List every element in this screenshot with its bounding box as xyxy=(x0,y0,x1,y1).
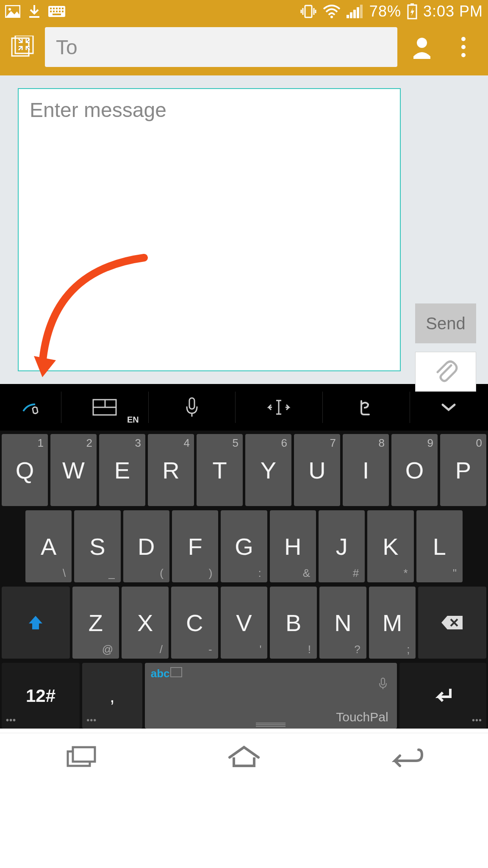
message-input[interactable]: Enter message xyxy=(18,88,401,371)
overflow-menu-button[interactable] xyxy=(446,30,480,64)
svg-point-28 xyxy=(461,45,466,49)
swipe-mode-button[interactable] xyxy=(0,384,61,431)
add-contact-button[interactable] xyxy=(405,30,439,64)
battery-percent: 78% xyxy=(369,3,401,20)
picture-icon xyxy=(5,5,20,18)
signal-icon xyxy=(347,5,363,18)
svg-point-29 xyxy=(461,53,466,57)
key-c[interactable]: C- xyxy=(171,587,218,659)
twitter-button[interactable] xyxy=(322,384,410,431)
svg-rect-23 xyxy=(410,3,414,5)
svg-rect-13 xyxy=(62,11,64,12)
svg-rect-5 xyxy=(53,8,55,9)
svg-rect-20 xyxy=(357,7,359,18)
svg-rect-6 xyxy=(56,8,58,9)
key-v[interactable]: V' xyxy=(221,587,268,659)
home-button[interactable] xyxy=(206,740,282,773)
key-g[interactable]: G: xyxy=(221,510,267,582)
spacebar-key[interactable]: abc TouchPal xyxy=(145,663,397,729)
svg-point-16 xyxy=(330,16,333,18)
cursor-move-button[interactable] xyxy=(235,384,322,431)
key-b[interactable]: B! xyxy=(270,587,317,659)
shift-key[interactable] xyxy=(2,587,70,659)
svg-rect-17 xyxy=(347,15,349,18)
app-bar xyxy=(0,23,488,75)
enter-key[interactable]: ••• xyxy=(399,663,486,729)
key-r[interactable]: R4 xyxy=(148,434,194,506)
key-m[interactable]: M; xyxy=(369,587,416,659)
language-badge: EN xyxy=(127,415,139,425)
system-nav-bar xyxy=(0,733,488,779)
key-j[interactable]: J# xyxy=(319,510,365,582)
battery-charging-icon xyxy=(407,3,417,19)
compose-area: Enter message Send xyxy=(0,75,488,384)
svg-rect-35 xyxy=(381,678,385,685)
virtual-keyboard: Q1W2E3R4T5Y6U7I8O9P0 A\S_D(F)G:H&J#K*L" … xyxy=(0,431,488,729)
keyboard-layout-button[interactable]: EN xyxy=(61,384,148,431)
svg-rect-18 xyxy=(350,12,352,18)
key-q[interactable]: Q1 xyxy=(2,434,48,506)
voice-input-button[interactable] xyxy=(148,384,236,431)
svg-rect-11 xyxy=(56,11,58,12)
key-d[interactable]: D( xyxy=(123,510,169,582)
svg-rect-21 xyxy=(360,5,363,18)
svg-point-26 xyxy=(417,38,427,48)
backspace-key[interactable] xyxy=(418,587,486,659)
status-bar: 78% 3:03 PM xyxy=(0,0,488,23)
clock-time: 3:03 PM xyxy=(423,3,483,20)
key-y[interactable]: Y6 xyxy=(245,434,291,506)
key-z[interactable]: Z@ xyxy=(72,587,119,659)
recent-apps-button[interactable] xyxy=(43,740,119,773)
send-button[interactable]: Send xyxy=(415,303,476,343)
symbols-mode-key[interactable]: 12#••• xyxy=(2,663,80,729)
back-button[interactable] xyxy=(369,740,445,773)
svg-rect-8 xyxy=(62,8,64,9)
keyboard-toolbar: EN xyxy=(0,384,488,431)
key-i[interactable]: I8 xyxy=(343,434,389,506)
svg-point-27 xyxy=(461,37,466,41)
mic-mini-icon xyxy=(378,668,388,696)
svg-rect-38 xyxy=(73,747,95,762)
svg-rect-33 xyxy=(189,398,194,409)
svg-rect-9 xyxy=(50,11,52,12)
key-e[interactable]: E3 xyxy=(99,434,145,506)
svg-rect-15 xyxy=(305,6,312,17)
svg-point-1 xyxy=(8,8,11,11)
key-s[interactable]: S_ xyxy=(74,510,120,582)
key-n[interactable]: N? xyxy=(319,587,366,659)
svg-rect-4 xyxy=(50,8,52,9)
key-p[interactable]: P0 xyxy=(440,434,486,506)
svg-rect-19 xyxy=(353,10,356,18)
key-h[interactable]: H& xyxy=(270,510,316,582)
svg-rect-12 xyxy=(59,11,61,12)
abc-indicator: abc xyxy=(151,667,170,680)
key-t[interactable]: T5 xyxy=(197,434,243,506)
svg-rect-2 xyxy=(29,16,39,18)
comma-key[interactable]: ,••• xyxy=(82,663,142,729)
recipient-input[interactable] xyxy=(45,27,397,67)
collapse-keyboard-button[interactable] xyxy=(410,384,488,431)
svg-rect-10 xyxy=(53,11,55,12)
key-o[interactable]: O9 xyxy=(391,434,438,506)
keyboard-status-icon xyxy=(48,6,65,17)
key-l[interactable]: L" xyxy=(416,510,463,582)
keyboard-brand: TouchPal xyxy=(336,710,388,724)
key-k[interactable]: K* xyxy=(367,510,413,582)
svg-rect-7 xyxy=(59,8,61,9)
key-x[interactable]: X/ xyxy=(122,587,169,659)
svg-rect-14 xyxy=(53,14,61,15)
key-a[interactable]: A\ xyxy=(25,510,72,582)
vibrate-icon xyxy=(300,3,317,20)
message-placeholder: Enter message xyxy=(30,99,166,121)
key-f[interactable]: F) xyxy=(172,510,218,582)
wifi-icon xyxy=(323,5,341,18)
key-w[interactable]: W2 xyxy=(50,434,97,506)
download-icon xyxy=(28,4,41,19)
key-u[interactable]: U7 xyxy=(294,434,340,506)
collapse-compose-button[interactable] xyxy=(8,32,37,62)
